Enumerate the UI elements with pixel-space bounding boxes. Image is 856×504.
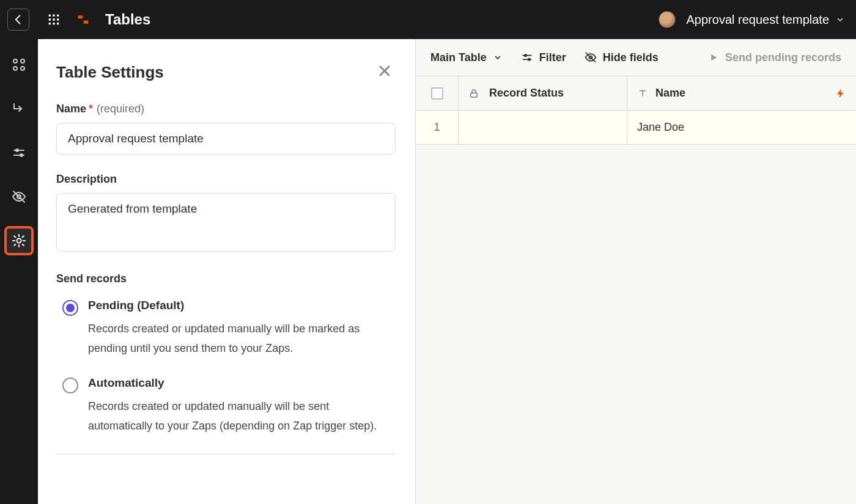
svg-rect-3 bbox=[49, 18, 51, 20]
grid-row[interactable]: 1 Jane Doe bbox=[416, 111, 856, 145]
required-star: * bbox=[89, 103, 93, 115]
row-name-value: Jane Doe bbox=[637, 121, 684, 134]
svg-rect-6 bbox=[49, 23, 51, 24]
svg-rect-7 bbox=[53, 23, 54, 24]
svg-point-15 bbox=[16, 149, 18, 152]
svg-rect-0 bbox=[49, 15, 51, 16]
apps-launcher-button[interactable] bbox=[46, 12, 61, 27]
svg-rect-9 bbox=[78, 15, 83, 18]
radio-pending[interactable] bbox=[62, 300, 78, 316]
left-rail bbox=[0, 39, 38, 504]
close-button[interactable] bbox=[374, 60, 396, 84]
record-status-header: Record Status bbox=[489, 87, 564, 100]
records-icon bbox=[12, 57, 26, 72]
svg-rect-22 bbox=[471, 93, 478, 97]
svg-rect-2 bbox=[57, 15, 59, 16]
radio-auto-desc: Records created or updated manually will… bbox=[88, 397, 396, 436]
rail-filters-button[interactable] bbox=[6, 139, 32, 166]
send-pending-label: Send pending records bbox=[725, 51, 841, 64]
radio-auto-title: Automatically bbox=[88, 376, 396, 390]
grid-header-row: Record Status Name bbox=[416, 76, 856, 111]
rail-subflow-button[interactable] bbox=[6, 95, 32, 122]
lock-icon bbox=[468, 88, 479, 99]
main-region: Table Settings Name * (required) Descrip… bbox=[38, 39, 856, 504]
description-input[interactable] bbox=[56, 193, 396, 252]
row-index: 1 bbox=[434, 121, 440, 134]
radio-pending-title: Pending (Default) bbox=[88, 299, 396, 312]
radio-pending-desc: Records created or updated manually will… bbox=[88, 320, 396, 358]
panel-title: Table Settings bbox=[56, 63, 164, 82]
eye-off-icon bbox=[585, 51, 597, 64]
svg-rect-4 bbox=[53, 18, 54, 20]
name-field: Name * (required) bbox=[56, 103, 396, 155]
svg-rect-5 bbox=[57, 18, 59, 20]
corner-arrow-icon bbox=[12, 101, 26, 116]
svg-point-18 bbox=[17, 239, 21, 243]
zapier-logo-icon bbox=[76, 12, 90, 27]
eye-off-icon bbox=[12, 189, 26, 204]
svg-point-20 bbox=[528, 59, 529, 60]
table-area: Main Table Filter Hide fields Send pendi… bbox=[416, 39, 856, 504]
row-index-cell[interactable]: 1 bbox=[416, 111, 459, 144]
name-label: Name bbox=[56, 103, 86, 115]
svg-rect-8 bbox=[57, 23, 59, 24]
rail-records-button[interactable] bbox=[6, 51, 32, 78]
text-type-icon bbox=[637, 88, 648, 99]
chevron-down-icon bbox=[835, 15, 845, 24]
rail-settings-button[interactable] bbox=[6, 227, 32, 254]
hide-fields-label: Hide fields bbox=[603, 51, 659, 64]
main-table-switcher[interactable]: Main Table bbox=[430, 51, 503, 64]
avatar[interactable] bbox=[659, 11, 676, 28]
select-all-cell[interactable] bbox=[416, 76, 459, 110]
arrow-left-icon bbox=[12, 13, 24, 26]
settings-panel: Table Settings Name * (required) Descrip… bbox=[38, 39, 416, 504]
svg-point-16 bbox=[20, 154, 23, 156]
close-icon bbox=[377, 64, 392, 78]
play-icon bbox=[708, 52, 719, 63]
table-switcher[interactable]: Approval request template bbox=[687, 13, 845, 27]
top-header: Tables Approval request template bbox=[0, 0, 856, 39]
svg-rect-1 bbox=[53, 15, 54, 16]
radio-auto[interactable] bbox=[62, 378, 78, 393]
col-header-name[interactable]: Name bbox=[627, 76, 856, 110]
name-input[interactable] bbox=[56, 123, 396, 155]
back-button[interactable] bbox=[7, 9, 29, 31]
divider bbox=[56, 454, 396, 455]
send-pending-button: Send pending records bbox=[708, 51, 841, 64]
row-name-cell[interactable]: Jane Doe bbox=[627, 111, 856, 144]
col-header-record-status[interactable]: Record Status bbox=[459, 76, 627, 110]
filter-label: Filter bbox=[539, 51, 566, 64]
gear-icon bbox=[12, 233, 26, 248]
app-title: Tables bbox=[105, 11, 150, 28]
name-header: Name bbox=[655, 87, 685, 100]
sliders-icon bbox=[521, 51, 533, 64]
description-label: Description bbox=[56, 173, 117, 186]
sliders-icon bbox=[12, 145, 26, 160]
rail-hidden-button[interactable] bbox=[6, 183, 32, 210]
bolt-icon bbox=[835, 88, 846, 99]
svg-point-14 bbox=[21, 67, 24, 70]
required-text: (required) bbox=[97, 103, 144, 115]
send-option-pending[interactable]: Pending (Default) Records created or upd… bbox=[56, 299, 396, 358]
send-option-auto[interactable]: Automatically Records created or updated… bbox=[56, 376, 396, 436]
current-table-name: Approval request template bbox=[687, 13, 829, 27]
send-records-label: Send records bbox=[56, 272, 396, 285]
svg-rect-10 bbox=[84, 21, 89, 24]
svg-point-13 bbox=[13, 67, 17, 70]
zapier-mark-icon bbox=[77, 13, 89, 26]
data-grid: Record Status Name 1 bbox=[416, 76, 856, 504]
svg-point-19 bbox=[525, 54, 526, 56]
svg-point-11 bbox=[13, 59, 17, 63]
filter-button[interactable]: Filter bbox=[521, 51, 566, 64]
toolbar: Main Table Filter Hide fields Send pendi… bbox=[416, 39, 856, 76]
description-field: Description bbox=[56, 173, 396, 254]
hide-fields-button[interactable]: Hide fields bbox=[585, 51, 659, 64]
row-record-status[interactable] bbox=[459, 111, 627, 144]
chevron-down-icon bbox=[493, 53, 503, 62]
svg-point-12 bbox=[21, 59, 24, 63]
main-table-label: Main Table bbox=[430, 51, 487, 64]
apps-grid-icon bbox=[48, 13, 60, 26]
select-all-checkbox[interactable] bbox=[431, 87, 443, 100]
